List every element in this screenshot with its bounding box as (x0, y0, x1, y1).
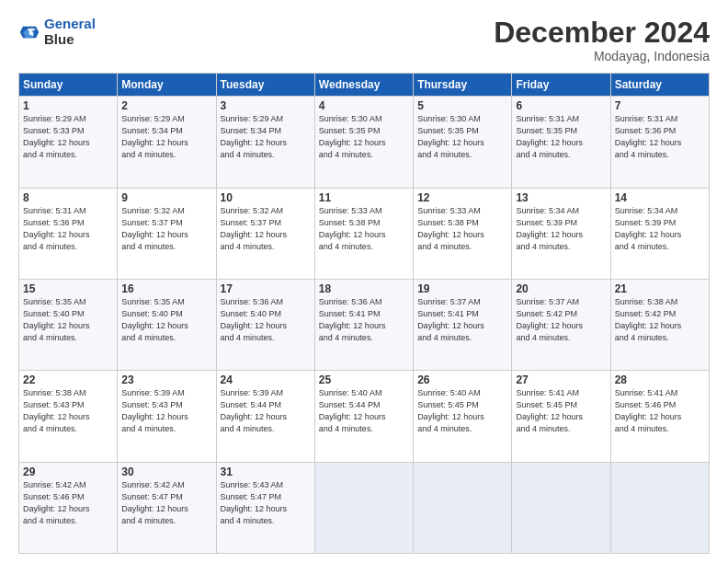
logo-line2: Blue (44, 32, 96, 48)
day-number: 5 (417, 99, 507, 112)
location: Modayag, Indonesia (494, 49, 710, 63)
day-number: 11 (319, 191, 409, 204)
table-row: 12Sunrise: 5:33 AMSunset: 5:38 PMDayligh… (414, 188, 512, 279)
table-row: 4Sunrise: 5:30 AMSunset: 5:35 PMDaylight… (314, 97, 413, 188)
day-info: Sunrise: 5:34 AMSunset: 5:39 PMDaylight:… (615, 205, 705, 253)
day-number: 21 (615, 282, 705, 295)
day-number: 4 (319, 99, 409, 112)
day-info: Sunrise: 5:31 AMSunset: 5:36 PMDaylight:… (23, 205, 113, 253)
calendar-week-row: 22Sunrise: 5:38 AMSunset: 5:43 PMDayligh… (19, 371, 710, 462)
day-info: Sunrise: 5:29 AMSunset: 5:33 PMDaylight:… (23, 113, 113, 161)
day-info: Sunrise: 5:38 AMSunset: 5:43 PMDaylight:… (23, 387, 113, 435)
col-thursday: Thursday (414, 74, 512, 97)
col-wednesday: Wednesday (314, 74, 413, 97)
calendar-week-row: 29Sunrise: 5:42 AMSunset: 5:46 PMDayligh… (19, 462, 710, 553)
day-info: Sunrise: 5:40 AMSunset: 5:45 PMDaylight:… (417, 387, 507, 435)
day-info: Sunrise: 5:37 AMSunset: 5:41 PMDaylight:… (417, 296, 507, 344)
table-row: 7Sunrise: 5:31 AMSunset: 5:36 PMDaylight… (610, 97, 709, 188)
day-number: 26 (417, 373, 507, 386)
day-number: 20 (516, 282, 606, 295)
logo-line1: General (44, 16, 96, 31)
day-number: 27 (516, 373, 606, 386)
day-info: Sunrise: 5:36 AMSunset: 5:40 PMDaylight:… (221, 296, 311, 344)
day-info: Sunrise: 5:43 AMSunset: 5:47 PMDaylight:… (221, 479, 311, 527)
table-row (610, 462, 709, 553)
day-number: 6 (516, 99, 606, 112)
day-number: 1 (23, 99, 113, 112)
day-number: 28 (615, 373, 705, 386)
day-number: 12 (417, 191, 507, 204)
calendar-table: Sunday Monday Tuesday Wednesday Thursday… (18, 73, 710, 554)
day-info: Sunrise: 5:31 AMSunset: 5:36 PMDaylight:… (615, 113, 705, 161)
table-row: 6Sunrise: 5:31 AMSunset: 5:35 PMDaylight… (512, 97, 610, 188)
table-row: 30Sunrise: 5:42 AMSunset: 5:47 PMDayligh… (118, 462, 216, 553)
table-row: 16Sunrise: 5:35 AMSunset: 5:40 PMDayligh… (118, 279, 216, 370)
day-number: 17 (221, 282, 311, 295)
day-info: Sunrise: 5:29 AMSunset: 5:34 PMDaylight:… (121, 113, 211, 161)
day-info: Sunrise: 5:35 AMSunset: 5:40 PMDaylight:… (23, 296, 113, 344)
table-row: 20Sunrise: 5:37 AMSunset: 5:42 PMDayligh… (512, 279, 610, 370)
table-row: 18Sunrise: 5:36 AMSunset: 5:41 PMDayligh… (314, 279, 413, 370)
day-info: Sunrise: 5:40 AMSunset: 5:44 PMDaylight:… (319, 387, 409, 435)
day-number: 2 (121, 99, 211, 112)
table-row: 22Sunrise: 5:38 AMSunset: 5:43 PMDayligh… (19, 371, 118, 462)
day-number: 18 (319, 282, 409, 295)
day-number: 7 (615, 99, 705, 112)
table-row: 25Sunrise: 5:40 AMSunset: 5:44 PMDayligh… (314, 371, 413, 462)
day-number: 24 (221, 373, 311, 386)
day-number: 19 (417, 282, 507, 295)
header: General Blue December 2024 Modayag, Indo… (18, 17, 710, 63)
calendar-week-row: 15Sunrise: 5:35 AMSunset: 5:40 PMDayligh… (19, 279, 710, 370)
col-friday: Friday (512, 74, 610, 97)
logo: General Blue (18, 17, 96, 47)
day-number: 23 (121, 373, 211, 386)
day-number: 31 (221, 465, 311, 478)
day-number: 29 (23, 465, 113, 478)
day-info: Sunrise: 5:39 AMSunset: 5:43 PMDaylight:… (121, 387, 211, 435)
table-row: 13Sunrise: 5:34 AMSunset: 5:39 PMDayligh… (512, 188, 610, 279)
table-row: 2Sunrise: 5:29 AMSunset: 5:34 PMDaylight… (118, 97, 216, 188)
table-row: 1Sunrise: 5:29 AMSunset: 5:33 PMDaylight… (19, 97, 118, 188)
table-row: 17Sunrise: 5:36 AMSunset: 5:40 PMDayligh… (216, 279, 314, 370)
day-info: Sunrise: 5:30 AMSunset: 5:35 PMDaylight:… (417, 113, 507, 161)
day-info: Sunrise: 5:38 AMSunset: 5:42 PMDaylight:… (615, 296, 705, 344)
day-info: Sunrise: 5:30 AMSunset: 5:35 PMDaylight:… (319, 113, 409, 161)
day-number: 15 (23, 282, 113, 295)
day-info: Sunrise: 5:39 AMSunset: 5:44 PMDaylight:… (221, 387, 311, 435)
table-row: 27Sunrise: 5:41 AMSunset: 5:45 PMDayligh… (512, 371, 610, 462)
table-row: 31Sunrise: 5:43 AMSunset: 5:47 PMDayligh… (216, 462, 314, 553)
table-row: 8Sunrise: 5:31 AMSunset: 5:36 PMDaylight… (19, 188, 118, 279)
day-number: 10 (221, 191, 311, 204)
table-row: 11Sunrise: 5:33 AMSunset: 5:38 PMDayligh… (314, 188, 413, 279)
table-row: 15Sunrise: 5:35 AMSunset: 5:40 PMDayligh… (19, 279, 118, 370)
table-row: 5Sunrise: 5:30 AMSunset: 5:35 PMDaylight… (414, 97, 512, 188)
day-info: Sunrise: 5:31 AMSunset: 5:35 PMDaylight:… (516, 113, 606, 161)
day-info: Sunrise: 5:41 AMSunset: 5:46 PMDaylight:… (615, 387, 705, 435)
logo-text: General Blue (44, 17, 96, 47)
table-row: 29Sunrise: 5:42 AMSunset: 5:46 PMDayligh… (19, 462, 118, 553)
day-info: Sunrise: 5:33 AMSunset: 5:38 PMDaylight:… (417, 205, 507, 253)
table-row: 28Sunrise: 5:41 AMSunset: 5:46 PMDayligh… (610, 371, 709, 462)
day-info: Sunrise: 5:34 AMSunset: 5:39 PMDaylight:… (516, 205, 606, 253)
page: General Blue December 2024 Modayag, Indo… (0, 0, 728, 563)
table-row: 3Sunrise: 5:29 AMSunset: 5:34 PMDaylight… (216, 97, 314, 188)
month-title: December 2024 (494, 17, 710, 49)
calendar-header-row: Sunday Monday Tuesday Wednesday Thursday… (19, 74, 710, 97)
day-info: Sunrise: 5:37 AMSunset: 5:42 PMDaylight:… (516, 296, 606, 344)
day-info: Sunrise: 5:32 AMSunset: 5:37 PMDaylight:… (121, 205, 211, 253)
table-row: 10Sunrise: 5:32 AMSunset: 5:37 PMDayligh… (216, 188, 314, 279)
table-row: 24Sunrise: 5:39 AMSunset: 5:44 PMDayligh… (216, 371, 314, 462)
day-info: Sunrise: 5:29 AMSunset: 5:34 PMDaylight:… (221, 113, 311, 161)
table-row: 21Sunrise: 5:38 AMSunset: 5:42 PMDayligh… (610, 279, 709, 370)
day-info: Sunrise: 5:41 AMSunset: 5:45 PMDaylight:… (516, 387, 606, 435)
calendar-week-row: 1Sunrise: 5:29 AMSunset: 5:33 PMDaylight… (19, 97, 710, 188)
day-number: 3 (221, 99, 311, 112)
table-row (512, 462, 610, 553)
table-row: 14Sunrise: 5:34 AMSunset: 5:39 PMDayligh… (610, 188, 709, 279)
table-row: 23Sunrise: 5:39 AMSunset: 5:43 PMDayligh… (118, 371, 216, 462)
day-info: Sunrise: 5:42 AMSunset: 5:47 PMDaylight:… (121, 479, 211, 527)
day-number: 9 (121, 191, 211, 204)
day-number: 13 (516, 191, 606, 204)
day-number: 14 (615, 191, 705, 204)
table-row (314, 462, 413, 553)
